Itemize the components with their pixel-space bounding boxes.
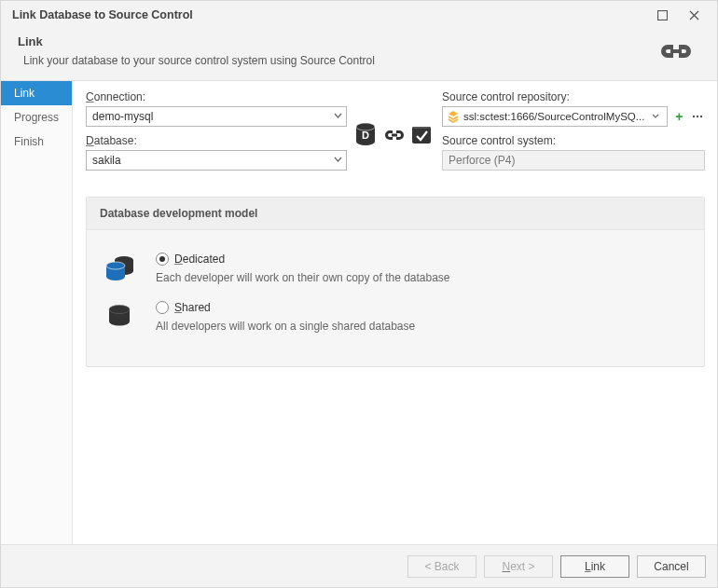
cancel-button[interactable]: Cancel (637, 555, 706, 578)
shared-db-icon (102, 301, 139, 329)
shared-desc: All developers will work on a single sha… (156, 320, 689, 333)
repo-value: ssl:sctest:1666/SourceControlMySQ... (463, 111, 644, 122)
chevron-down-icon (334, 112, 342, 120)
dedicated-label: Dedicated (174, 253, 225, 266)
link-illustration: D (352, 100, 436, 171)
body: Link Progress Finish Connection: demo-my… (1, 80, 717, 544)
repo-dropdown[interactable]: ssl:sctest:1666/SourceControlMySQ... (442, 106, 668, 127)
model-option-shared[interactable]: Shared All developers will work on a sin… (102, 301, 689, 333)
svg-text:D: D (362, 130, 369, 141)
maximize-button[interactable] (646, 2, 678, 28)
svg-rect-3 (670, 49, 682, 53)
scs-value: Perforce (P4) (449, 154, 515, 167)
svg-rect-0 (657, 10, 667, 20)
shared-label: Shared (174, 301, 211, 314)
svg-point-12 (697, 116, 698, 117)
dedicated-desc: Each developer will work on their own co… (156, 271, 689, 284)
svg-point-23 (109, 318, 130, 326)
connection-value: demo-mysql (92, 110, 153, 123)
sidebar-step-progress[interactable]: Progress (1, 105, 72, 130)
chevron-down-icon (648, 109, 663, 124)
database-icon: D (354, 121, 379, 149)
link-button[interactable]: Link (560, 555, 629, 578)
database-value: sakila (92, 154, 121, 167)
svg-point-19 (106, 273, 125, 280)
sidebar-step-finish[interactable]: Finish (1, 130, 72, 154)
link-logo-icon (657, 42, 695, 61)
svg-rect-9 (392, 134, 397, 137)
repo-label: Source control repository: (442, 90, 705, 103)
sidebar-step-link[interactable]: Link (1, 81, 72, 105)
repo-more-button[interactable] (690, 109, 705, 124)
svg-point-13 (700, 116, 702, 117)
panel-title: Database development model (87, 198, 704, 230)
source-control-icon (410, 123, 435, 147)
page-subtitle: Link your database to your source contro… (18, 54, 657, 67)
dev-model-panel: Database development model (86, 197, 705, 367)
radio-shared[interactable] (156, 301, 169, 314)
connection-dropdown[interactable]: demo-mysql (86, 106, 347, 127)
chevron-down-icon (334, 156, 342, 164)
wizard-sidebar: Link Progress Finish (1, 81, 73, 544)
model-option-dedicated[interactable]: Dedicated Each developer will work on th… (102, 253, 689, 284)
chain-icon (384, 129, 405, 142)
page-title: Link (18, 34, 657, 48)
footer: < Back Next > Link Cancel (1, 544, 717, 587)
dialog-window: Link Database to Source Control Link Lin… (0, 0, 718, 588)
header: Link Link your database to your source c… (1, 29, 717, 80)
add-repo-button[interactable]: + (671, 109, 686, 124)
stack-icon (447, 110, 460, 123)
window-title: Link Database to Source Control (12, 8, 646, 21)
svg-rect-10 (412, 127, 431, 144)
database-dropdown[interactable]: sakila (86, 150, 347, 171)
radio-dedicated[interactable] (156, 253, 169, 266)
main-content: Connection: demo-mysql Database: sakila (73, 81, 718, 544)
svg-point-11 (693, 116, 695, 117)
dedicated-db-icon (102, 253, 139, 284)
close-button[interactable] (678, 2, 710, 28)
scs-label: Source control system: (442, 134, 705, 147)
scs-field: Perforce (P4) (442, 150, 705, 171)
next-button[interactable]: Next > (484, 555, 553, 578)
database-label: Database: (86, 134, 347, 147)
connection-label: Connection: (86, 90, 347, 103)
titlebar: Link Database to Source Control (1, 1, 717, 29)
back-button[interactable]: < Back (407, 555, 476, 578)
